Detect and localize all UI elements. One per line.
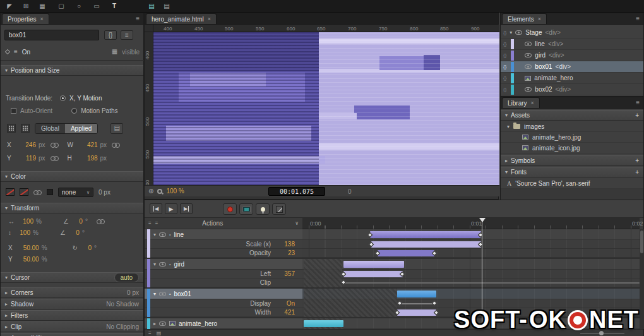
transform-link-icon[interactable] — [97, 219, 105, 224]
section-accessibility[interactable]: ▸ Accessibility — [1, 333, 143, 336]
visibility-eye-icon[interactable] — [525, 53, 532, 57]
timeline-prop-width[interactable]: Width 421 — [145, 308, 302, 317]
origin-x-value[interactable]: 50.00 — [13, 244, 39, 251]
visibility-eye-icon[interactable] — [159, 232, 166, 237]
element-row-box02[interactable]: {} box02 <div> — [501, 84, 643, 95]
close-icon[interactable]: × — [538, 16, 541, 22]
y-value[interactable]: 119 — [15, 155, 36, 162]
open-page-button[interactable]: ▤ — [160, 1, 173, 11]
timeline-prop-clip[interactable]: Clip — [145, 279, 302, 287]
auto-transition-button[interactable] — [239, 203, 253, 215]
overflow-grid-icon[interactable]: ▦ — [112, 49, 117, 55]
auto-orient-label[interactable]: Auto-Orient — [20, 107, 52, 114]
crosshair-icon[interactable]: ⊕ — [148, 188, 153, 195]
element-row-box01[interactable]: {} box01 <div> — [501, 61, 643, 73]
visibility-eye-icon[interactable] — [159, 262, 166, 267]
close-icon[interactable]: × — [531, 100, 534, 106]
section-shadow[interactable]: ▸ Shadow No Shadow — [1, 299, 143, 309]
display-on-label[interactable]: On — [22, 49, 30, 56]
visibility-eye-icon[interactable] — [525, 64, 532, 69]
actions-braces-icon[interactable]: {} — [503, 64, 506, 69]
chevron-right-icon[interactable]: ▸ — [153, 321, 156, 327]
motion-paths-label[interactable]: Motion Paths — [81, 107, 117, 114]
prop-value[interactable]: 357 — [276, 270, 295, 277]
tab-library[interactable]: Library × — [502, 97, 540, 108]
actions-braces-icon[interactable]: {} — [503, 76, 506, 81]
section-filters[interactable]: ▸ Filters — [1, 310, 143, 321]
panel-menu-icon[interactable]: ≡ — [136, 15, 143, 24]
scale-y-value[interactable]: 100 — [11, 229, 30, 236]
chevron-down-icon[interactable]: ▾ — [153, 291, 156, 297]
xy-motion-radio[interactable] — [60, 95, 66, 101]
track-row-opacity[interactable] — [302, 249, 640, 258]
actions-braces-icon[interactable]: {} — [503, 53, 506, 58]
animation-bar-line[interactable] — [370, 231, 481, 238]
transform-tool-button[interactable]: ⊞ — [19, 1, 33, 11]
timeline-row-box01[interactable]: ▾ • box01 — [145, 289, 302, 299]
animation-bar-width[interactable] — [397, 309, 436, 316]
visibility-eye-icon[interactable] — [525, 42, 532, 46]
grid-toggle-icon[interactable]: ▤ — [157, 331, 162, 336]
add-symbol-button[interactable]: + — [635, 157, 639, 164]
stage-canvas[interactable] — [153, 32, 499, 185]
stroke-swatch[interactable] — [47, 189, 53, 195]
auto-keyframe-button[interactable] — [223, 203, 237, 215]
layout-presets-button[interactable]: ▤ — [110, 123, 123, 134]
new-page-button[interactable]: ▤ — [145, 1, 158, 11]
prop-value[interactable]: 23 — [276, 249, 295, 256]
select-tool-button[interactable]: ◤ — [3, 1, 16, 11]
toggle-pin-button[interactable] — [256, 203, 270, 215]
applied-button[interactable]: Applied — [65, 124, 97, 133]
skew-y-value[interactable]: 0 — [66, 229, 80, 236]
display-track-line[interactable] — [400, 303, 434, 304]
chevron-down-icon[interactable]: ▾ — [153, 261, 156, 267]
color-link-icon[interactable] — [33, 190, 42, 195]
prop-value[interactable]: 138 — [276, 241, 295, 248]
origin-y-value[interactable]: 50.00 — [13, 256, 39, 263]
element-row-line[interactable]: {} line <div> — [501, 39, 643, 50]
scale-x-value[interactable]: 100 — [15, 218, 33, 225]
h-value[interactable]: 198 — [76, 155, 98, 162]
library-assets-header[interactable]: ▾ Assets + — [501, 110, 643, 121]
library-images-folder-row[interactable]: ▾ images — [501, 121, 643, 132]
section-cursor[interactable]: ▾ Cursor auto — [1, 272, 143, 283]
snapping-icon[interactable]: ≡ — [148, 331, 152, 336]
chevron-down-icon[interactable]: ▾ — [153, 232, 156, 237]
timeline-prop-left[interactable]: Left 357 — [145, 270, 302, 279]
add-asset-button[interactable]: + — [635, 112, 639, 119]
visible-label[interactable]: visible — [122, 49, 140, 56]
section-corners[interactable]: ▸ Corners 0 px — [1, 287, 143, 298]
element-row-stage[interactable]: {} ▾ Stage <div> — [501, 27, 643, 39]
xy-motion-label[interactable]: X, Y Motion — [69, 95, 102, 102]
animation-bar-box01[interactable] — [397, 291, 436, 297]
animation-bar-opacity[interactable] — [378, 250, 434, 256]
ellipse-tool-button[interactable]: ○ — [72, 1, 86, 11]
animation-bar-scale-x[interactable] — [371, 241, 481, 248]
close-icon[interactable]: × — [208, 16, 211, 22]
timeline-scrollbar[interactable] — [640, 229, 644, 329]
add-font-button[interactable]: + — [635, 169, 639, 176]
global-button[interactable]: Global — [35, 124, 65, 133]
chevron-down-icon[interactable]: ∨ — [295, 221, 299, 226]
animation-bar-left[interactable] — [343, 271, 403, 277]
sort-icon[interactable]: ≡ — [155, 221, 158, 226]
y-link-icon[interactable] — [51, 156, 59, 160]
x-value[interactable]: 246 — [15, 141, 36, 148]
visibility-eye-icon[interactable] — [159, 321, 166, 326]
timeline-row-line[interactable]: ▾ • line — [145, 229, 302, 240]
image-tool-button[interactable]: ▦ — [35, 1, 49, 11]
close-icon[interactable]: × — [40, 16, 44, 22]
tab-properties[interactable]: Properties × — [2, 13, 49, 24]
id-menu-button[interactable]: ≡ — [121, 30, 133, 40]
tab-elements[interactable]: Elements × — [502, 13, 547, 24]
auto-orient-checkbox[interactable] — [11, 108, 16, 114]
library-item-animate-icon[interactable]: animate_icon.jpg — [501, 143, 643, 153]
actions-braces-icon[interactable]: {} — [503, 30, 506, 35]
play-button[interactable]: ▶ — [165, 203, 177, 214]
border-width-value[interactable]: 0 px — [98, 189, 110, 196]
element-row-animate-hero[interactable]: {} animate_hero — [501, 73, 643, 84]
w-link-icon[interactable] — [112, 143, 120, 147]
animation-bar-animate-hero[interactable] — [304, 320, 343, 327]
prop-value[interactable]: On — [276, 300, 295, 307]
timeline-prop-display[interactable]: Display On — [145, 299, 302, 308]
